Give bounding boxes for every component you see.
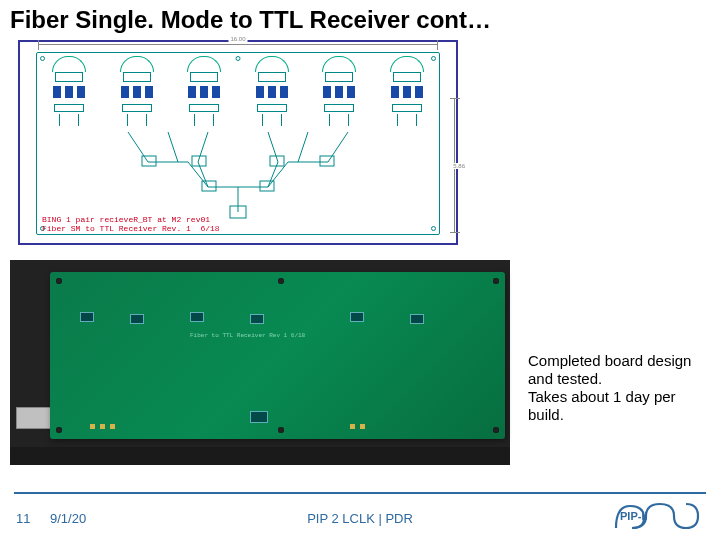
receiver-module [382, 56, 432, 126]
footer-doc-ref: PIP 2 LCLK | PDR [307, 511, 413, 526]
dimension-top-label: 16.00 [228, 36, 247, 42]
pip-ii-logo: PIP-II [612, 498, 702, 534]
caption-text: Completed board design and tested. Takes… [528, 352, 708, 424]
pcb-component [250, 411, 268, 423]
dimension-top: 16.00 [38, 40, 438, 50]
table-surface [10, 447, 510, 465]
receiver-module-row [44, 56, 432, 126]
footer: 11 9/1/20 PIP 2 LCLK | PDR PIP-II [0, 492, 720, 540]
footer-date: 9/1/20 [50, 511, 86, 526]
trace-tree [108, 132, 368, 227]
schematic-label: BING 1 pair recieveR_BT at M2 rev01 Fibe… [42, 215, 220, 233]
logo-text: PIP-II [620, 510, 648, 522]
pcb-component [80, 312, 94, 322]
pcb-component [250, 314, 264, 324]
pcb-pad [110, 424, 115, 429]
schematic-label-line2: Fiber SM to TTL Receiver Rev. 1 6/18 [42, 224, 220, 233]
pcb-component [190, 312, 204, 322]
pcb-pad [100, 424, 105, 429]
receiver-module [44, 56, 94, 126]
pcb-pad [350, 424, 355, 429]
mounting-hole [431, 226, 436, 231]
receiver-module [314, 56, 364, 126]
schematic-image: 16.00 5.86 [18, 40, 458, 245]
receiver-module [179, 56, 229, 126]
pcb-hole [56, 278, 62, 284]
pcb-component [130, 314, 144, 324]
pcb-component [410, 314, 424, 324]
pcb-hole [278, 278, 284, 284]
pcb-hole [56, 427, 62, 433]
pcb-hole [493, 427, 499, 433]
footer-rule [14, 492, 706, 494]
pcb-hole [278, 427, 284, 433]
svg-rect-0 [142, 156, 156, 166]
receiver-module [112, 56, 162, 126]
dimension-right: 5.86 [450, 98, 460, 233]
page-title: Fiber Single. Mode to TTL Receiver cont… [10, 6, 491, 34]
board-photo: Fiber to TTL Receiver Rev 1 6/18 [10, 260, 510, 465]
pcb-silkscreen-text: Fiber to TTL Receiver Rev 1 6/18 [190, 332, 305, 339]
receiver-module [247, 56, 297, 126]
dimension-right-label: 5.86 [452, 163, 466, 169]
pcb-pad [360, 424, 365, 429]
svg-rect-3 [320, 156, 334, 166]
pcb-pad [90, 424, 95, 429]
pcb: Fiber to TTL Receiver Rev 1 6/18 [50, 272, 505, 439]
schematic-label-line1: BING 1 pair recieveR_BT at M2 rev01 [42, 215, 210, 224]
pcb-hole [493, 278, 499, 284]
pcb-component [350, 312, 364, 322]
page-number: 11 [16, 511, 30, 526]
slide: Fiber Single. Mode to TTL Receiver cont…… [0, 0, 720, 540]
